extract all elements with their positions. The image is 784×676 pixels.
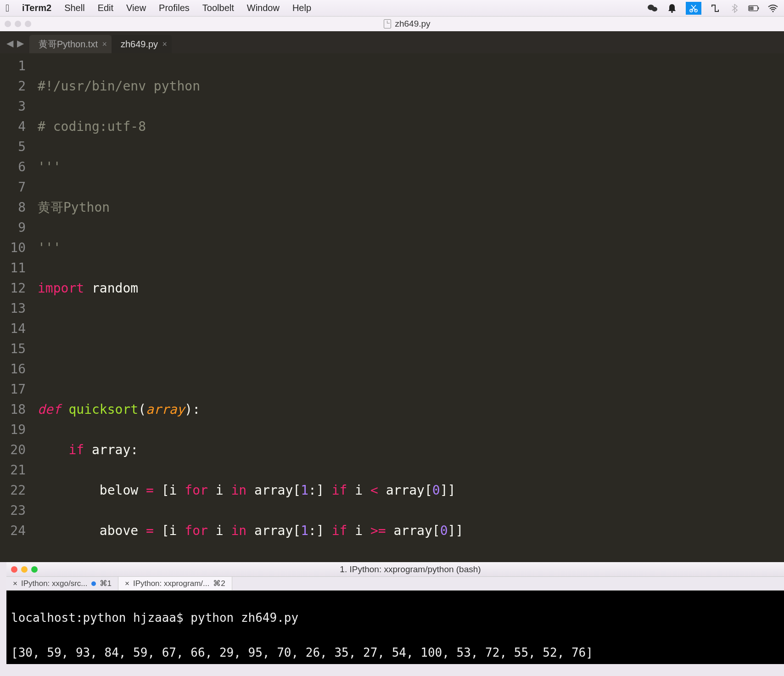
close-icon[interactable]: × [162, 39, 168, 49]
close-icon[interactable]: × [13, 579, 17, 588]
terminal-output[interactable]: localhost:python hjzaaa$ python zh649.py… [6, 591, 784, 664]
terminal-tab-0[interactable]: × IPython: xxgo/src... ⌘1 [6, 577, 118, 590]
notification-icon[interactable] [666, 4, 678, 13]
snip-tool-icon[interactable] [686, 2, 701, 15]
macos-menubar:  iTerm2 Shell Edit View Profiles Toolbe… [0, 0, 784, 17]
nav-forward-icon[interactable]: ▶ [17, 38, 24, 49]
close-icon[interactable]: × [125, 579, 129, 588]
menu-toolbelt[interactable]: Toolbelt [202, 3, 234, 13]
battery-icon[interactable] [748, 4, 759, 13]
menu-profiles[interactable]: Profiles [159, 3, 190, 13]
wifi-icon[interactable] [767, 4, 778, 13]
editor-window-titlebar: zh649.py [0, 17, 784, 31]
menu-shell[interactable]: Shell [64, 3, 84, 13]
app-name[interactable]: iTerm2 [22, 3, 51, 13]
terminal-title: 1. IPython: xxprogram/python (bash) [41, 564, 779, 575]
close-dot[interactable] [5, 21, 11, 27]
tab-1[interactable]: zh649.py × [112, 35, 172, 53]
svg-rect-8 [750, 6, 751, 10]
activity-indicator-icon [91, 581, 96, 586]
terminal-tab-bar: × IPython: xxgo/src... ⌘1 × IPython: xxp… [6, 577, 784, 591]
terminal-tab-0-shortcut: ⌘1 [100, 579, 112, 588]
terminal-tab-1[interactable]: × IPython: xxprogram/... ⌘2 [118, 577, 232, 590]
terminal-tab-1-shortcut: ⌘2 [213, 579, 225, 588]
doc-icon [384, 19, 391, 28]
tab-1-label: zh649.py [121, 39, 158, 50]
svg-rect-6 [758, 7, 759, 9]
wechat-icon[interactable] [647, 4, 658, 13]
menu-view[interactable]: View [126, 3, 146, 13]
menu-window[interactable]: Window [247, 3, 280, 13]
terminal-tab-1-label: IPython: xxprogram/... [133, 579, 209, 588]
terminal-titlebar: 1. IPython: xxprogram/python (bash) [6, 562, 784, 577]
svg-rect-10 [753, 6, 754, 10]
window-title: zh649.py [395, 19, 430, 29]
terminal-line: localhost:python hjzaaa$ python zh649.py [11, 609, 779, 626]
svg-rect-9 [751, 6, 752, 10]
menu-help[interactable]: Help [292, 3, 311, 13]
svg-point-2 [671, 11, 673, 13]
sync-icon[interactable] [710, 4, 721, 13]
svg-point-11 [773, 11, 774, 12]
svg-rect-7 [749, 6, 750, 10]
close-icon[interactable]: × [102, 39, 107, 49]
tab-0[interactable]: 黄哥Python.txt × [29, 35, 112, 53]
line-number-gutter: 123456789101112131415161718192021222324 [0, 53, 31, 562]
tab-0-label: 黄哥Python.txt [39, 38, 98, 51]
minimize-dot[interactable] [21, 566, 28, 573]
svg-point-1 [652, 7, 657, 11]
terminal-tab-0-label: IPython: xxgo/src... [21, 579, 88, 588]
bluetooth-icon[interactable] [729, 4, 740, 13]
terminal-window: 1. IPython: xxprogram/python (bash) × IP… [6, 562, 784, 664]
terminal-line: [30, 59, 93, 84, 59, 67, 66, 29, 95, 70,… [11, 644, 779, 661]
minimize-dot[interactable] [15, 21, 21, 27]
editor-tab-bar: ◀ ▶ 黄哥Python.txt × zh649.py × [0, 31, 784, 53]
code-editor[interactable]: 123456789101112131415161718192021222324 … [0, 53, 784, 562]
apple-icon[interactable]:  [6, 2, 9, 14]
code-content[interactable]: #!/usr/bin/env python # coding:utf-8 '''… [31, 53, 784, 562]
close-dot[interactable] [11, 566, 17, 573]
menu-edit[interactable]: Edit [98, 3, 113, 13]
zoom-dot[interactable] [25, 21, 31, 27]
nav-back-icon[interactable]: ◀ [6, 38, 13, 49]
zoom-dot[interactable] [31, 566, 38, 573]
